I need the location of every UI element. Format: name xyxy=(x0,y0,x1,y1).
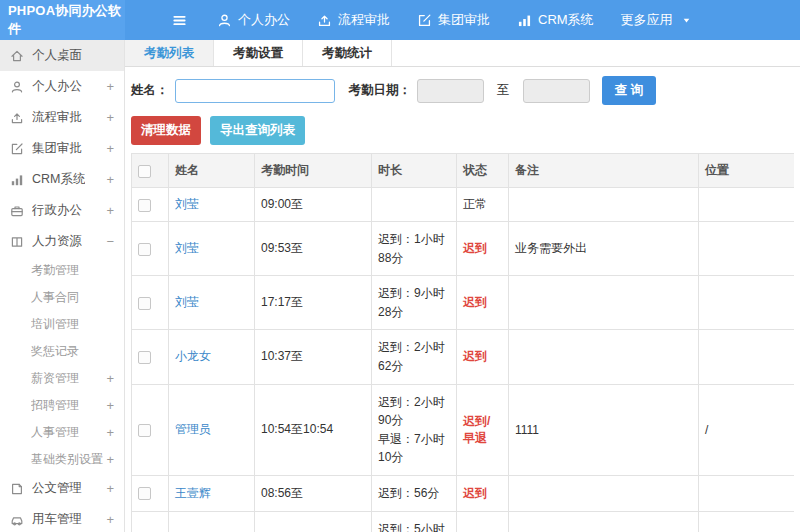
top-navbar: PHPOA协同办公软件 个人办公流程审批集团审批CRM系统更多应用 xyxy=(0,0,800,40)
sidebar-item-document-mgmt[interactable]: 公文管理+ xyxy=(0,473,124,504)
time-cell: 10:37至 xyxy=(255,330,372,384)
sidebar-item-label: 行政办公 xyxy=(32,202,82,219)
table-row: 王壹辉08:56至迟到：56分迟到 xyxy=(132,475,795,511)
sidebar-item-vehicle-mgmt[interactable]: 用车管理+ xyxy=(0,504,124,532)
name-label: 姓名： xyxy=(131,82,169,99)
sidebar-item-group-approval[interactable]: 集团审批+ xyxy=(0,133,124,164)
sidebar-item-personal-office[interactable]: 个人办公+ xyxy=(0,71,124,102)
date-to-input[interactable] xyxy=(523,79,590,103)
clear-data-button[interactable]: 清理数据 xyxy=(131,116,201,145)
tab-attendance-list[interactable]: 考勤列表 xyxy=(125,40,214,66)
date-from-input[interactable] xyxy=(417,79,484,103)
export-list-button[interactable]: 导出查询列表 xyxy=(210,116,305,145)
sidebar-item-personal-desktop[interactable]: 个人桌面 xyxy=(0,40,124,71)
sidebar-item-workflow-approval[interactable]: 流程审批+ xyxy=(0,102,124,133)
name-cell: 王壹辉 xyxy=(169,475,255,511)
table-row: 管理员10:54至10:54迟到：2小时90分 早退：7小时10分迟到/早退11… xyxy=(132,384,795,475)
status-cell: 迟到 xyxy=(457,475,509,511)
expand-toggle-icon[interactable]: + xyxy=(106,426,114,439)
sidebar-subitem-personnel-mgmt[interactable]: 人事管理+ xyxy=(0,419,124,446)
employee-name-link[interactable]: 管理员 xyxy=(175,422,211,436)
location-cell xyxy=(699,276,795,330)
tab-attendance-settings[interactable]: 考勤设置 xyxy=(214,40,303,66)
nav-item-workflow-approval[interactable]: 流程审批 xyxy=(317,11,390,29)
name-cell: 刘莹 xyxy=(169,276,255,330)
location-cell xyxy=(699,222,795,276)
table-row: 小龙女10:37至迟到：2小时62分迟到 xyxy=(132,330,795,384)
employee-name-link[interactable]: 刘莹 xyxy=(175,241,199,255)
nav-item-more-apps[interactable]: 更多应用 xyxy=(621,11,692,29)
expand-toggle-icon[interactable]: + xyxy=(106,80,114,93)
column-header: 位置 xyxy=(699,154,795,188)
row-checkbox-cell xyxy=(132,384,169,475)
edit-icon xyxy=(417,13,432,28)
row-checkbox-cell xyxy=(132,511,169,532)
sidebar-item-label: 个人办公 xyxy=(32,78,82,95)
duration-cell: 迟到：1小时88分 xyxy=(372,222,457,276)
employee-name-link[interactable]: 小龙女 xyxy=(175,349,211,363)
sidebar-subitem-reward-punish-records[interactable]: 奖惩记录 xyxy=(0,338,124,365)
duration-cell: 迟到：2小时62分 xyxy=(372,330,457,384)
flow-icon xyxy=(10,111,24,125)
nav-item-crm-system[interactable]: CRM系统 xyxy=(517,11,594,29)
sidebar-subitem-attendance-mgmt[interactable]: 考勤管理 xyxy=(0,257,124,284)
sidebar-item-label: CRM系统 xyxy=(32,171,85,188)
doc-icon xyxy=(10,482,24,496)
select-all-checkbox[interactable] xyxy=(138,165,151,178)
expand-toggle-icon[interactable]: + xyxy=(106,482,114,495)
chart-icon xyxy=(10,173,24,187)
hamburger-menu-icon[interactable] xyxy=(172,13,187,28)
employee-name-link[interactable]: 王壹辉 xyxy=(175,486,211,500)
employee-name-link[interactable]: 刘莹 xyxy=(175,197,199,211)
sidebar-item-label: 流程审批 xyxy=(32,109,82,126)
row-checkbox[interactable] xyxy=(138,243,151,256)
expand-toggle-icon[interactable]: − xyxy=(106,235,114,248)
note-cell xyxy=(509,475,699,511)
expand-toggle-icon[interactable]: + xyxy=(106,173,114,186)
location-cell: / xyxy=(699,384,795,475)
status-cell: 迟到 xyxy=(457,222,509,276)
sidebar-item-human-resources[interactable]: 人力资源− xyxy=(0,226,124,257)
attendance-table-wrap: 姓名考勤时间时长状态备注位置 刘莹09:00至正常刘莹09:53至迟到：1小时8… xyxy=(131,153,794,532)
nav-item-group-approval[interactable]: 集团审批 xyxy=(417,11,490,29)
sidebar-item-label: 用车管理 xyxy=(32,511,82,528)
expand-toggle-icon[interactable]: + xyxy=(106,399,114,412)
sidebar-item-admin-office[interactable]: 行政办公+ xyxy=(0,195,124,226)
expand-toggle-icon[interactable]: + xyxy=(106,204,114,217)
name-input[interactable] xyxy=(175,79,335,103)
status-badge: 迟到 xyxy=(463,241,487,255)
employee-name-link[interactable]: 刘莹 xyxy=(175,295,199,309)
sidebar-subitem-salary-mgmt[interactable]: 薪资管理+ xyxy=(0,365,124,392)
row-checkbox[interactable] xyxy=(138,487,151,500)
tab-attendance-stats[interactable]: 考勤统计 xyxy=(303,40,392,66)
nav-item-personal-office[interactable]: 个人办公 xyxy=(217,11,290,29)
note-cell xyxy=(509,188,699,222)
time-cell: 09:00至 xyxy=(255,188,372,222)
row-checkbox[interactable] xyxy=(138,297,151,310)
nav-item-label: 流程审批 xyxy=(338,11,390,29)
note-cell xyxy=(509,330,699,384)
expand-toggle-icon[interactable]: + xyxy=(106,142,114,155)
expand-toggle-icon[interactable]: + xyxy=(106,453,114,466)
status-cell: 迟到 xyxy=(457,330,509,384)
row-checkbox[interactable] xyxy=(138,424,151,437)
column-header: 考勤时间 xyxy=(255,154,372,188)
expand-toggle-icon[interactable]: + xyxy=(106,513,114,526)
sidebar-subitem-recruitment-mgmt[interactable]: 招聘管理+ xyxy=(0,392,124,419)
row-checkbox[interactable] xyxy=(138,351,151,364)
date-to-separator: 至 xyxy=(497,82,510,99)
sidebar-subitem-base-category-settings[interactable]: 基础类别设置+ xyxy=(0,446,124,473)
expand-toggle-icon[interactable]: + xyxy=(106,111,114,124)
row-checkbox[interactable] xyxy=(138,199,151,212)
duration-cell: 迟到：2小时90分 早退：7小时10分 xyxy=(372,384,457,475)
main-content: 考勤列表考勤设置考勤统计 姓名： 考勤日期： 至 查 询 清理数据 导出查询列表 xyxy=(125,40,800,532)
name-cell: 刘莹 xyxy=(169,188,255,222)
status-cell: 迟到/早退 xyxy=(457,511,509,532)
sidebar-subitem-training-mgmt[interactable]: 培训管理 xyxy=(0,311,124,338)
home-icon xyxy=(10,49,24,63)
expand-toggle-icon[interactable]: + xyxy=(106,372,114,385)
sidebar-subitem-hr-contract[interactable]: 人事合同 xyxy=(0,284,124,311)
query-button[interactable]: 查 询 xyxy=(602,76,656,105)
sidebar-item-crm-system[interactable]: CRM系统+ xyxy=(0,164,124,195)
row-checkbox-cell xyxy=(132,330,169,384)
